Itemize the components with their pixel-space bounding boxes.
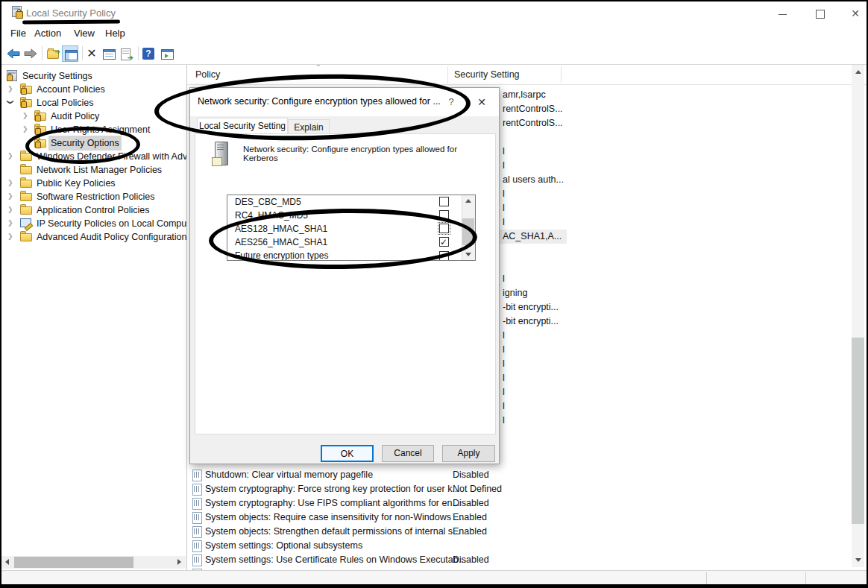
option-row[interactable]: AES128_HMAC_SHA1 (227, 222, 475, 235)
policy-icon (192, 498, 202, 510)
minimize-button[interactable] (771, 6, 793, 21)
policy-row[interactable]: Shutdown: Clear virtual memory pagefile … (187, 468, 867, 482)
dialog-policy-name: Network security: Configure encryption t… (243, 145, 493, 162)
new-window-button[interactable] (159, 45, 175, 62)
chevron-right-icon[interactable] (7, 217, 16, 229)
console-tree-icon (65, 50, 78, 60)
show-console-tree-button[interactable] (62, 45, 78, 62)
maximize-icon (816, 10, 825, 19)
chevron-right-icon[interactable] (7, 150, 16, 162)
policy-name: System cryptography: Force strong key pr… (205, 482, 460, 496)
chevron-right-icon[interactable] (7, 177, 16, 189)
tab-explain[interactable]: Explain (288, 119, 330, 135)
clipped-setting: -bit encrypti... (500, 300, 559, 314)
menu-view[interactable]: View (74, 28, 95, 39)
column-policy[interactable]: Policy (195, 69, 220, 80)
scrollbar-thumb[interactable] (852, 338, 864, 524)
properties-icon (103, 49, 116, 60)
policy-row[interactable]: System settings: Optional subsystems (187, 539, 867, 553)
options-scrollbar[interactable] (462, 195, 475, 260)
maximize-button[interactable] (808, 6, 831, 21)
column-divider[interactable] (561, 66, 562, 83)
policy-row[interactable]: System objects: Strengthen default permi… (187, 525, 867, 539)
scroll-right-arrow[interactable] (173, 556, 186, 569)
export-settings-button[interactable] (45, 45, 61, 62)
properties-button[interactable] (101, 45, 117, 62)
chevron-down-icon[interactable] (7, 96, 16, 108)
title-bar: Local Security Policy (1, 1, 867, 24)
chevron-right-icon[interactable] (7, 190, 16, 202)
option-row[interactable]: AES256_HMAC_SHA1 (227, 235, 475, 249)
menu-file[interactable]: File (10, 28, 26, 39)
option-row[interactable]: Future encryption types (227, 249, 475, 261)
scroll-up-arrow[interactable] (852, 66, 864, 78)
local-security-policy-window: Local Security Policy File Action View H… (0, 0, 868, 588)
server-page (212, 157, 222, 166)
tab-local-security-setting[interactable]: Local Security Setting (197, 118, 288, 133)
folder-icon (20, 203, 33, 215)
export-list-button[interactable] (118, 45, 134, 62)
clipped-setting: l (500, 159, 505, 173)
clipped-setting (500, 258, 503, 272)
policy-row[interactable]: System cryptography: Use FIPS compliant … (187, 496, 867, 510)
option-row[interactable]: RC4_HMAC_MD5 (227, 209, 475, 222)
policy-name: System settings: Use Certificate Rules o… (205, 553, 466, 567)
policy-name: System cryptography: Use FIPS compliant … (205, 496, 460, 510)
server-icon (212, 142, 228, 166)
dialog-close-icon[interactable] (471, 94, 493, 110)
ok-button[interactable]: OK (321, 445, 374, 462)
chevron-right-icon[interactable] (7, 230, 16, 242)
scrollbar-thumb[interactable] (14, 557, 133, 568)
scrollbar-thumb[interactable] (462, 218, 474, 245)
checkbox[interactable] (439, 197, 449, 206)
tree-item-label: Network List Manager Policies (34, 162, 164, 177)
dialog-help-icon[interactable] (442, 94, 460, 110)
menu-action[interactable]: Action (34, 28, 61, 39)
checkbox[interactable] (439, 210, 449, 220)
column-security-setting[interactable]: Security Setting (454, 69, 520, 80)
green-arrow-icon (54, 48, 60, 56)
chevron-right-icon[interactable] (7, 83, 16, 95)
checkbox[interactable] (439, 224, 449, 233)
checkbox[interactable] (439, 251, 449, 261)
help-button[interactable] (140, 45, 157, 62)
scroll-up-arrow[interactable] (462, 195, 475, 206)
clipped-setting: l (500, 187, 505, 201)
policy-row[interactable]: System cryptography: Force strong key pr… (187, 482, 867, 496)
forward-button[interactable] (22, 45, 39, 62)
scroll-left-arrow[interactable] (1, 556, 14, 569)
chevron-right-icon[interactable] (22, 110, 31, 121)
minimize-icon (779, 14, 787, 15)
chevron-right-icon[interactable] (7, 203, 16, 215)
cancel-button[interactable]: Cancel (382, 445, 434, 462)
policy-icon (192, 512, 202, 524)
policy-name: System objects: Strengthen default permi… (205, 525, 461, 539)
back-button[interactable] (5, 45, 22, 62)
policy-name: System objects: Require case insensitivi… (205, 510, 462, 525)
delete-button[interactable] (84, 45, 100, 62)
policy-name: System settings: Optional subsystems (205, 539, 362, 553)
dialog-title-bar: Network security: Configure encryption t… (190, 88, 499, 116)
apply-button[interactable]: Apply (442, 445, 495, 462)
clipped-setting: l (500, 399, 505, 414)
window-bottom-border (1, 584, 867, 587)
chevron-right-icon[interactable] (22, 123, 31, 135)
policy-row[interactable]: System objects: Require case insensitivi… (187, 510, 867, 525)
checkbox[interactable] (439, 237, 449, 247)
list-vertical-scrollbar[interactable] (852, 65, 864, 567)
policy-row[interactable]: System settings: Use Certificate Rules o… (187, 553, 867, 567)
option-row[interactable]: DES_CBC_MD5 (227, 195, 475, 209)
column-divider[interactable] (447, 66, 448, 83)
folder-lock-icon (20, 96, 33, 108)
close-button[interactable] (844, 6, 867, 21)
toolbar-separator (42, 46, 43, 60)
menu-help[interactable]: Help (105, 28, 125, 39)
clipped-setting: l (500, 385, 505, 399)
policy-setting: Disabled (453, 553, 489, 567)
option-label: AES128_HMAC_SHA1 (235, 222, 327, 235)
scroll-down-arrow[interactable] (852, 554, 864, 566)
scroll-down-arrow[interactable] (462, 249, 475, 260)
policy-setting: Not Defined (453, 482, 502, 496)
tree-horizontal-scrollbar[interactable] (1, 556, 186, 569)
folder-lock-icon (34, 110, 47, 121)
